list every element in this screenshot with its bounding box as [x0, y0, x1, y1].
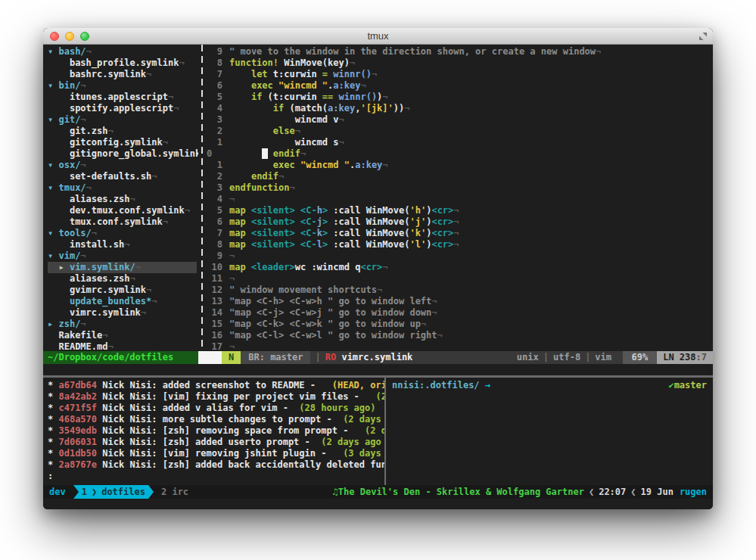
- filetree-item[interactable]: bash_profile.symlink¬: [48, 58, 198, 69]
- filetree-item[interactable]: ▾ tmux/¬: [48, 182, 198, 194]
- filetree-item[interactable]: README.md¬: [48, 341, 198, 351]
- filetree-item[interactable]: install.sh¬: [48, 239, 198, 250]
- editor-line[interactable]: 10map <leader>wc :wincmd q<cr>¬: [205, 262, 713, 273]
- commit-graph-node: *: [48, 437, 58, 447]
- editor-line[interactable]: 7map <silent> <C-k> :call WinMove('k')<c…: [205, 228, 713, 239]
- editor-line[interactable]: 5map <silent> <C-h> :call WinMove('h')<c…: [205, 205, 713, 216]
- filetree-item[interactable]: ▾ tools/¬: [48, 228, 198, 239]
- filetree-item[interactable]: git.zsh¬: [48, 126, 198, 137]
- commit-hash: 2a8767e: [58, 459, 97, 470]
- filetree-item[interactable]: bashrc.symlink¬: [48, 69, 198, 80]
- filetree-item[interactable]: gvimrc.symlink¬: [48, 285, 198, 296]
- tmux-session-name[interactable]: dev: [43, 485, 73, 499]
- shell-pane[interactable]: nnisi:.dotfiles/ → ✔master: [386, 378, 713, 485]
- shell-prompt-line[interactable]: nnisi:.dotfiles/ → ✔master: [392, 380, 707, 391]
- filetree-item[interactable]: ▾ osx/¬: [48, 160, 198, 171]
- disclosure-triangle-icon: ▾: [48, 228, 58, 238]
- eol-marker: ¬: [453, 228, 459, 238]
- editor-line[interactable]: 2 else¬: [205, 126, 713, 137]
- commit-message: Nick Nisi: more subtle changes to prompt…: [97, 414, 343, 425]
- vim-vertical-split[interactable]: [198, 45, 205, 351]
- editor-line-text: map <silent> <C-h> :call WinMove('h')<cr…: [229, 205, 459, 216]
- filetree-item[interactable]: set-defaults.sh¬: [48, 171, 198, 182]
- editor-line[interactable]: 8function! WinMove(key)¬: [205, 58, 713, 69]
- filetree-item-label: aliases.zsh: [70, 194, 129, 204]
- vim-command-line[interactable]: [43, 364, 713, 375]
- syntax-token: [246, 262, 251, 272]
- syntax-token: [295, 160, 300, 170]
- filetree-item[interactable]: ▾ bin/¬: [48, 80, 198, 92]
- eol-marker: ¬: [350, 58, 355, 68]
- tmux-inactive-window-tab[interactable]: 2 irc: [154, 485, 188, 499]
- filetree-item[interactable]: gitconfig.symlink¬: [48, 137, 198, 148]
- syntax-token: <cr>: [431, 228, 453, 238]
- editor-line[interactable]: 4¬: [205, 194, 713, 205]
- editor-line[interactable]: 12" window movement shortcuts¬: [205, 285, 713, 296]
- editor-line[interactable]: 11¬: [205, 273, 713, 285]
- editor-line[interactable]: 1 exec "wincmd ".a:key¬: [205, 160, 713, 171]
- editor-line[interactable]: 17¬: [205, 341, 713, 351]
- filetree-item-label: itunes.applescript: [70, 92, 168, 102]
- tree-indent: [48, 341, 58, 351]
- editor-line[interactable]: 14"map <C-j> <C-w>j " go to window down¬: [205, 307, 713, 319]
- filetree-item-label: zsh/: [58, 319, 80, 329]
- editor-line[interactable]: 2 endif¬: [205, 171, 713, 182]
- window-titlebar[interactable]: tmux: [43, 28, 713, 45]
- tmux-active-window-tab[interactable]: 1❯dotfiles: [79, 485, 148, 499]
- editor-line[interactable]: 13"map <C-h> <C-w>h " go to window left¬: [205, 296, 713, 307]
- syntax-token: <silent>: [251, 228, 295, 238]
- editor-line[interactable]: 9¬: [205, 250, 713, 262]
- pager-prompt[interactable]: :: [48, 471, 384, 482]
- editor-line[interactable]: 8map <silent> <C-l> :call WinMove('l')<c…: [205, 239, 713, 250]
- filetree-item[interactable]: gitignore_global.symlink¬: [48, 148, 198, 160]
- eol-marker: ¬: [431, 307, 437, 318]
- filetree-item[interactable]: ▸ vim.symlink/¬: [48, 262, 197, 273]
- editor-line[interactable]: 3 wincmd v¬: [205, 114, 713, 126]
- disclosure-triangle-icon: ▾: [48, 182, 58, 193]
- filetree-item[interactable]: ▾ vim/¬: [48, 250, 198, 262]
- editor-line-text: endfunction¬: [229, 182, 295, 194]
- syntax-token: "wincmd ": [278, 80, 328, 91]
- editor-line[interactable]: 4 if (match(a:key,'[jk]'))¬: [205, 103, 713, 114]
- editor-line[interactable]: 16"map <C-l> <C-w>l " go to window right…: [205, 330, 713, 341]
- syntax-token: <silent>: [251, 239, 295, 250]
- editor-line[interactable]: 6 exec "wincmd ".a:key¬: [205, 80, 713, 92]
- filetree-item[interactable]: dev.tmux.conf.symlink¬: [48, 205, 198, 216]
- syntax-token: :call WinMove(: [328, 239, 409, 250]
- filetree-item[interactable]: aliases.zsh¬: [48, 194, 198, 205]
- line-number: 11: [205, 273, 229, 285]
- filetree-item[interactable]: Rakefile¬: [48, 330, 198, 341]
- editor-line[interactable]: 3endfunction¬: [205, 182, 713, 194]
- filetree-item[interactable]: tmux.conf.symlink¬: [48, 216, 198, 228]
- editor-line[interactable]: 9" move to the window in the direction s…: [205, 46, 713, 58]
- editor-line[interactable]: 1 wincmd s¬: [205, 137, 713, 148]
- filetree-item[interactable]: ▾ git/¬: [48, 114, 198, 126]
- commit-decoration: (3 days: [343, 448, 381, 459]
- editor-line[interactable]: 0 endif¬: [205, 148, 713, 160]
- fullscreen-resize-icon[interactable]: [698, 32, 708, 41]
- filetree-item[interactable]: spotify.applescript¬: [48, 103, 198, 114]
- commit-message: Nick Nisi: [zsh] added back accidentally…: [97, 459, 384, 470]
- disclosure-triangle-icon: ▾: [48, 46, 58, 57]
- eol-marker: ¬: [453, 216, 459, 227]
- filetree-item-label: vim/: [58, 250, 80, 261]
- filetree-item[interactable]: vimrc.symlink¬: [48, 307, 198, 319]
- filetree-item[interactable]: itunes.applescript¬: [48, 92, 198, 103]
- syntax-token: [295, 239, 300, 250]
- filetree-item[interactable]: aliases.zsh¬: [48, 273, 198, 285]
- git-clean-check-icon: ✔: [668, 380, 674, 390]
- eol-marker: ¬: [124, 239, 129, 250]
- syntax-token: (t:curwin: [262, 92, 322, 102]
- line-number: 5: [205, 205, 229, 216]
- powerline-arrow-icon: [148, 485, 154, 499]
- filetree-item[interactable]: ▸ zsh/¬: [48, 319, 198, 330]
- editor-line[interactable]: 6map <silent> <C-j> :call WinMove('j')<c…: [205, 216, 713, 228]
- filetree-item[interactable]: ▾ bash/¬: [48, 46, 198, 58]
- filetree-item-label: vim.symlink/: [70, 262, 135, 272]
- tree-indent: [48, 216, 70, 227]
- editor-line[interactable]: 15"map <C-k> <C-w>k " go to window up¬: [205, 319, 713, 330]
- editor-line[interactable]: 7 let t:curwin = winnr()¬: [205, 69, 713, 80]
- eol-marker: ¬: [146, 69, 151, 79]
- editor-line[interactable]: 5 if (t:curwin == winnr())¬: [205, 92, 713, 103]
- filetree-item[interactable]: update_bundles*¬: [48, 296, 198, 307]
